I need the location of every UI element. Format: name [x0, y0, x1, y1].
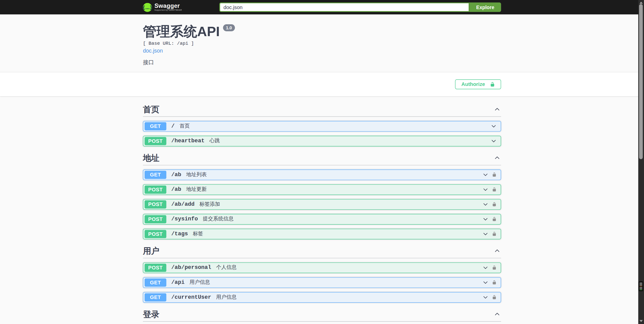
operations-list: 首页GET/首页POST/heartbeat心跳地址GET/ab地址列表POST…: [143, 96, 501, 324]
section-header[interactable]: 首页: [143, 103, 501, 117]
spec-link[interactable]: doc.json: [143, 48, 163, 54]
swagger-brand[interactable]: {…} Swagger Supported by SMARTBEAR: [143, 3, 182, 12]
base-url: [ Base URL: /api ]: [143, 40, 501, 46]
scrollbar-thumb[interactable]: [639, 4, 643, 159]
chevron-down-icon[interactable]: [482, 280, 488, 285]
api-info: 管理系统API 1.0 [ Base URL: /api ] doc.json …: [143, 14, 501, 72]
operation-path: /: [171, 123, 175, 129]
scheme-container: Authorize: [0, 72, 644, 96]
marker-line: [639, 290, 642, 290]
operation-row[interactable]: POST/ab地址更新: [143, 184, 501, 195]
method-badge: POST: [145, 137, 166, 145]
operation-controls: [482, 265, 501, 270]
operation-controls: [491, 138, 501, 144]
marker-line: [639, 287, 642, 287]
lock-icon[interactable]: [492, 294, 497, 300]
method-badge: GET: [145, 122, 166, 130]
marker-line: [639, 285, 642, 286]
operation-path: /heartbeat: [171, 138, 205, 144]
operation-row[interactable]: POST/sysinfo提交系统信息: [143, 214, 501, 224]
operation-summary: 用户信息: [216, 294, 236, 301]
section-header[interactable]: 登录: [143, 308, 501, 321]
operation-controls: [482, 280, 501, 285]
operation-path: /tags: [171, 231, 188, 237]
chevron-down-icon[interactable]: [482, 231, 488, 237]
section-title: 地址: [143, 153, 159, 163]
spec-url-input[interactable]: [219, 3, 469, 12]
operation-path: /sysinfo: [171, 216, 198, 222]
operation-row[interactable]: GET/首页: [143, 121, 501, 131]
lock-icon[interactable]: [492, 172, 497, 177]
marker-line: [639, 286, 642, 287]
api-section: 用户POST/ab/personal个人信息GET/api用户信息GET/cur…: [143, 245, 501, 303]
operation-controls: [482, 231, 501, 237]
lock-icon[interactable]: [492, 187, 497, 192]
operation-path: /ab/add: [171, 201, 195, 207]
svg-text:{…}: {…}: [143, 5, 152, 10]
api-title-text: 管理系统API: [143, 24, 220, 40]
scrollbar[interactable]: [638, 0, 644, 324]
scrollbar-marker-widget: [639, 281, 643, 291]
page-title: 管理系统API 1.0: [143, 24, 501, 40]
explore-button[interactable]: Explore: [469, 3, 501, 12]
chevron-down-icon[interactable]: [491, 138, 497, 144]
marker-line: [639, 289, 642, 289]
chevron-up-icon[interactable]: [493, 248, 501, 254]
operation-controls: [482, 216, 501, 222]
chevron-down-icon[interactable]: [482, 187, 488, 192]
chevron-down-icon[interactable]: [482, 216, 488, 222]
lock-icon[interactable]: [492, 231, 497, 237]
lock-icon[interactable]: [492, 265, 497, 270]
operation-path: /currentUser: [171, 294, 211, 300]
lock-icon[interactable]: [492, 202, 497, 207]
chevron-down-icon[interactable]: [482, 201, 488, 207]
lock-icon[interactable]: [492, 280, 497, 285]
chevron-up-icon[interactable]: [493, 106, 501, 112]
browser-viewport: {…} Swagger Supported by SMARTBEAR Explo…: [0, 0, 644, 324]
operation-summary: 心跳: [209, 137, 220, 145]
operation-controls: [482, 172, 501, 178]
section-title: 登录: [143, 309, 159, 319]
api-section: 地址GET/ab地址列表POST/ab地址更新POST/ab/add标签添加PO…: [143, 152, 501, 239]
operation-summary: 标签: [193, 230, 203, 238]
brand-name: Swagger: [154, 3, 182, 9]
section-header[interactable]: 用户: [143, 245, 501, 258]
operation-row[interactable]: GET/api用户信息: [143, 277, 501, 288]
brand-subtitle: Supported by SMARTBEAR: [154, 10, 182, 11]
chevron-up-icon[interactable]: [493, 155, 501, 161]
api-description: 接口: [143, 59, 501, 72]
operation-path: /ab: [171, 186, 181, 192]
operation-controls: [482, 187, 501, 192]
operation-row[interactable]: POST/heartbeat心跳: [143, 135, 501, 146]
method-badge: POST: [145, 264, 166, 272]
operation-path: /api: [171, 279, 185, 285]
operation-row[interactable]: GET/ab地址列表: [143, 169, 501, 180]
method-badge: POST: [145, 215, 166, 223]
chevron-down-icon[interactable]: [482, 294, 488, 300]
section-title: 用户: [143, 246, 159, 256]
swagger-logo-icon: {…}: [143, 3, 152, 12]
operation-row[interactable]: POST/ab/add标签添加: [143, 199, 501, 210]
lock-icon[interactable]: [492, 216, 497, 222]
section-header[interactable]: 地址: [143, 152, 501, 165]
operation-controls: [482, 201, 501, 207]
scrollbar-up-arrow[interactable]: [639, 2, 643, 4]
api-section: 首页GET/首页POST/heartbeat心跳: [143, 103, 501, 146]
marker-line: [639, 284, 642, 284]
marker-line: [639, 288, 642, 288]
chevron-down-icon[interactable]: [482, 172, 488, 178]
spec-url-bar: Explore: [219, 3, 501, 12]
chevron-down-icon[interactable]: [482, 265, 488, 270]
operation-summary: 提交系统信息: [203, 216, 234, 223]
operation-row[interactable]: POST/tags标签: [143, 228, 501, 239]
unlock-icon: [490, 81, 495, 87]
scrollbar-down-arrow[interactable]: [639, 320, 643, 322]
operation-row[interactable]: POST/ab/personal个人信息: [143, 262, 501, 273]
method-badge: GET: [145, 171, 166, 179]
authorize-button[interactable]: Authorize: [455, 79, 501, 89]
operation-row[interactable]: GET/currentUser用户信息: [143, 292, 501, 303]
chevron-down-icon[interactable]: [491, 123, 497, 129]
method-badge: POST: [145, 230, 166, 238]
section-title: 首页: [143, 104, 159, 114]
chevron-up-icon[interactable]: [493, 311, 501, 317]
